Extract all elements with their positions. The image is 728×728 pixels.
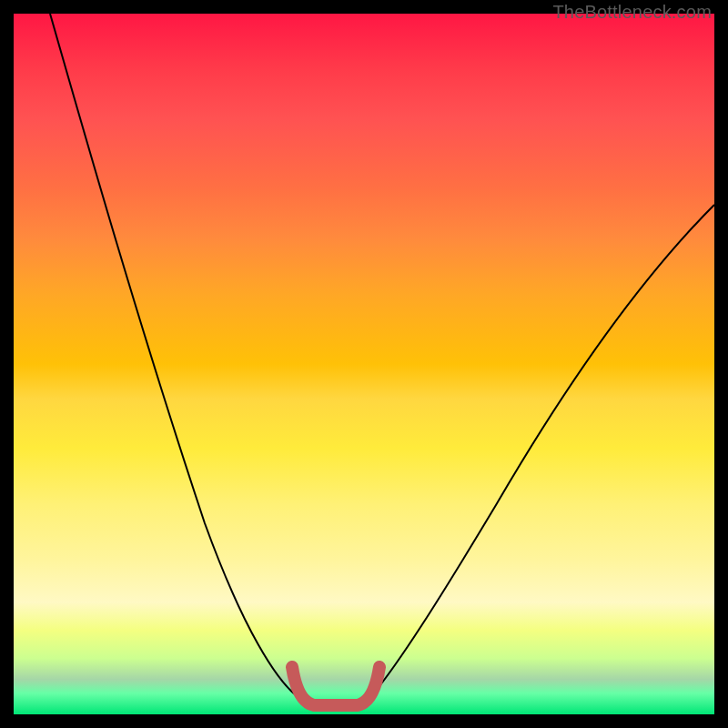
plot-area (14, 14, 714, 714)
highlight-band (292, 667, 379, 705)
bottleneck-curve-right (367, 205, 714, 702)
watermark-text: TheBottleneck.com (552, 2, 712, 23)
chart-svg (14, 14, 714, 714)
bottleneck-curve-left (50, 14, 305, 702)
